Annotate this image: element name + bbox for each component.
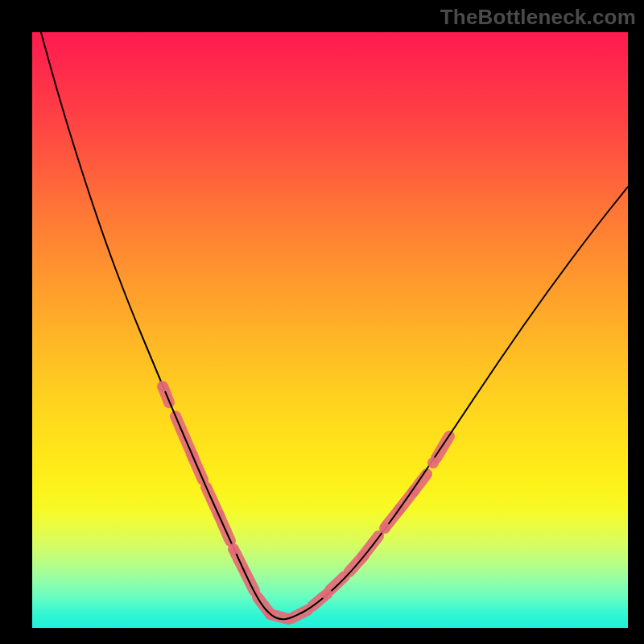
- marker-dot: [228, 543, 239, 555]
- marker-dot: [157, 381, 168, 392]
- marker-dot-group: [157, 381, 439, 600]
- marker-capsule: [362, 536, 378, 557]
- plot-area: [32, 32, 628, 628]
- marker-capsule: [330, 576, 345, 590]
- chart-svg: [32, 32, 628, 628]
- marker-dot: [321, 588, 332, 600]
- marker-group: [163, 388, 449, 619]
- bottleneck-curve: [32, 32, 628, 619]
- chart-frame: TheBottleneck.com: [0, 0, 644, 644]
- marker-dot: [427, 457, 439, 469]
- marker-capsule: [414, 474, 427, 491]
- marker-dot: [379, 522, 390, 534]
- watermark-text: TheBottleneck.com: [440, 5, 636, 30]
